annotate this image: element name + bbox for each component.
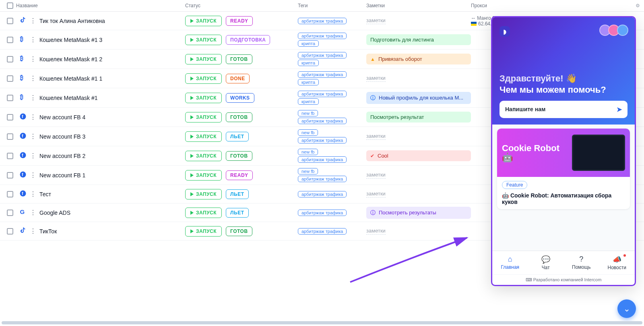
launch-button[interactable]: ЗАПУСК <box>185 112 222 123</box>
row-menu-icon[interactable]: ⋮ <box>30 36 36 44</box>
launch-button[interactable]: ЗАПУСК <box>185 16 222 26</box>
launch-button[interactable]: ЗАПУСК <box>185 93 222 103</box>
row-menu-icon[interactable]: ⋮ <box>30 152 36 160</box>
row-checkbox[interactable] <box>7 75 13 82</box>
tag[interactable]: арбитржаж трафика <box>298 156 347 163</box>
status-badge[interactable]: DONE <box>226 74 250 83</box>
header-notes[interactable]: Заметки <box>366 3 471 8</box>
tag[interactable]: крипта <box>298 40 319 47</box>
chat-body[interactable]: Cookie Robot 🤖 Feature 🤖 Cookie Robot: А… <box>492 125 635 241</box>
launch-button[interactable]: ЗАПУСК <box>185 151 222 161</box>
status-badge[interactable]: ПОДГОТОВКА <box>226 35 270 45</box>
status-badge[interactable]: ГОТОВ <box>226 226 252 236</box>
tag[interactable]: арбитржаж трафика <box>298 18 347 24</box>
row-menu-icon[interactable]: ⋮ <box>30 190 36 198</box>
tag[interactable]: арбитржаж трафика <box>298 71 347 78</box>
launch-button[interactable]: ЗАПУСК <box>185 73 222 84</box>
tag[interactable]: крипта <box>298 60 319 66</box>
header-status[interactable]: Статус <box>185 3 298 8</box>
profile-name[interactable]: Кошелек MetaMask #1 3 <box>39 37 102 43</box>
launch-button[interactable]: ЗАПУСК <box>185 208 222 218</box>
profile-name[interactable]: Google ADS <box>39 210 70 216</box>
columns-settings-icon[interactable]: ⚙ <box>628 3 640 8</box>
chat-article-card[interactable]: Cookie Robot 🤖 Feature 🤖 Cookie Robot: А… <box>497 129 630 209</box>
row-checkbox[interactable] <box>7 228 13 235</box>
row-menu-icon[interactable]: ⋮ <box>30 55 36 63</box>
row-checkbox[interactable] <box>7 210 13 216</box>
status-badge[interactable]: READY <box>226 16 253 26</box>
header-tags[interactable]: Теги <box>298 3 366 8</box>
tag[interactable]: арбитржаж трафика <box>298 33 347 39</box>
row-menu-icon[interactable]: ⋮ <box>30 227 36 235</box>
status-badge[interactable]: ГОТОВ <box>226 54 252 64</box>
profile-name[interactable]: Кошелек MetaMask #1 1 <box>39 75 102 82</box>
row-menu-icon[interactable]: ⋮ <box>30 133 36 140</box>
tag[interactable]: крипта <box>298 79 319 85</box>
launch-button[interactable]: ЗАПУСК <box>185 54 222 64</box>
profile-name[interactable]: New account FB 3 <box>39 133 85 140</box>
note-cell[interactable]: Новый профиль для кошелька М... <box>366 92 471 104</box>
tag[interactable]: new fb <box>298 110 318 116</box>
row-checkbox[interactable] <box>7 56 13 62</box>
note-cell[interactable]: Посмотреть результаты <box>366 207 471 219</box>
tag[interactable]: арбитржаж трафика <box>298 118 347 124</box>
status-badge[interactable]: READY <box>226 170 253 180</box>
profile-name[interactable]: ТикТок <box>39 228 57 235</box>
tag[interactable]: арбитржаж трафика <box>298 91 347 97</box>
launch-button[interactable]: ЗАПУСК <box>185 35 222 45</box>
row-checkbox[interactable] <box>7 133 13 140</box>
chat-write-us-button[interactable]: Напишите нам ➤ <box>500 101 627 118</box>
header-name[interactable]: Название <box>16 3 185 8</box>
profile-name[interactable]: Кошелек MetaMask #1 2 <box>39 56 102 62</box>
profile-name[interactable]: New account FB 2 <box>39 153 85 159</box>
status-badge[interactable]: ГОТОВ <box>226 151 252 161</box>
note-placeholder[interactable]: заметки <box>366 75 386 82</box>
tag[interactable]: арбитржаж трафика <box>298 52 347 58</box>
note-placeholder[interactable]: заметки <box>366 17 386 24</box>
tag[interactable]: арбитржаж трафика <box>298 191 347 197</box>
launch-button[interactable]: ЗАПУСК <box>185 189 222 199</box>
row-menu-icon[interactable]: ⋮ <box>30 171 36 179</box>
launch-button[interactable]: ЗАПУСК <box>185 131 222 142</box>
row-checkbox[interactable] <box>7 95 13 101</box>
row-checkbox[interactable] <box>7 37 13 43</box>
select-all-checkbox[interactable] <box>7 2 13 9</box>
note-cell[interactable]: Cool <box>366 150 471 161</box>
note-placeholder[interactable]: заметки <box>366 191 386 197</box>
note-placeholder[interactable]: заметки <box>366 172 386 179</box>
status-badge[interactable]: ЛЬЕТ <box>226 208 248 218</box>
status-badge[interactable]: ГОТОВ <box>226 112 252 122</box>
row-menu-icon[interactable]: ⋮ <box>30 113 36 121</box>
tag[interactable]: арбитржаж трафика <box>298 176 347 182</box>
note-placeholder[interactable]: заметки <box>366 133 386 140</box>
tag[interactable]: крипта <box>298 98 319 105</box>
tag[interactable]: арбитржаж трафика <box>298 228 347 235</box>
row-menu-icon[interactable]: ⋮ <box>30 94 36 102</box>
tag[interactable]: new fb <box>298 129 318 136</box>
tag[interactable]: арбитржаж трафика <box>298 137 347 143</box>
tag[interactable]: арбитржаж трафика <box>298 210 347 216</box>
note-placeholder[interactable]: заметки <box>366 228 386 235</box>
row-menu-icon[interactable]: ⋮ <box>30 17 36 25</box>
launch-button[interactable]: ЗАПУСК <box>185 170 222 181</box>
profile-name[interactable]: Тест <box>39 191 51 197</box>
row-menu-icon[interactable]: ⋮ <box>30 75 36 82</box>
row-checkbox[interactable] <box>7 172 13 179</box>
row-checkbox[interactable] <box>7 114 13 120</box>
note-cell[interactable]: Привязать оборот <box>366 54 471 64</box>
status-badge[interactable]: ЛЬЕТ <box>226 132 248 141</box>
row-menu-icon[interactable]: ⋮ <box>30 209 36 216</box>
tag[interactable]: new fb <box>298 168 318 174</box>
profile-name[interactable]: New account FB 1 <box>39 172 85 179</box>
profile-name[interactable]: Тик ток Алина Антиковна <box>39 18 105 24</box>
row-checkbox[interactable] <box>7 191 13 197</box>
row-checkbox[interactable] <box>7 153 13 159</box>
header-proxy[interactable]: Прокси <box>471 3 628 8</box>
note-cell[interactable]: Подготовить для листинга <box>366 34 471 45</box>
status-badge[interactable]: ЛЬЕТ <box>226 189 248 199</box>
row-checkbox[interactable] <box>7 18 13 24</box>
status-badge[interactable]: WORKS <box>226 93 254 103</box>
note-cell[interactable]: Посмотреть результат <box>366 112 471 123</box>
tag[interactable]: new fb <box>298 149 318 155</box>
launch-button[interactable]: ЗАПУСК <box>185 226 222 237</box>
